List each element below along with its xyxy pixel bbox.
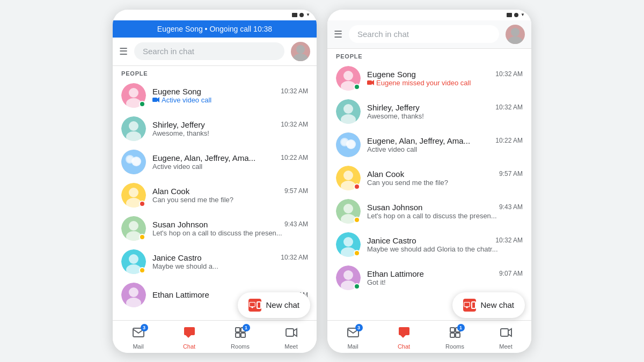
chat-preview: Awesome, thanks! — [367, 112, 523, 120]
nav-item-mail[interactable]: 3 Mail — [327, 324, 378, 352]
chat-item[interactable]: Eugene, Alan, Jeffrey, Ama... 10:22 AM A… — [113, 145, 317, 179]
status-chevron-icon: ▼ — [306, 12, 310, 17]
search-input-1[interactable]: Search in chat — [134, 42, 284, 60]
svg-point-19 — [129, 221, 138, 231]
chat-info: Shirley, Jeffery 10:32 AM Awesome, thank… — [152, 120, 308, 137]
chat-item[interactable]: Eugene Song 10:32 AM Active video call — [113, 79, 317, 112]
avatar-wrapper — [336, 199, 361, 224]
hamburger-icon-2[interactable]: ☰ — [334, 28, 342, 40]
rooms-nav-icon: 1 — [234, 326, 247, 342]
chat-item[interactable]: Alan Cook 9:57 AM Can you send me the fi… — [113, 179, 317, 212]
nav-item-rooms[interactable]: 1 Rooms — [215, 324, 266, 352]
chat-nav-icon — [398, 326, 411, 342]
nav-item-meet[interactable]: Meet — [480, 324, 531, 352]
nav-item-chat[interactable]: Chat — [378, 324, 429, 352]
chat-time: 10:22 AM — [495, 137, 523, 144]
mail-nav-label: Mail — [347, 343, 358, 350]
chat-name: Shirley, Jeffery — [152, 120, 205, 129]
avatar-wrapper — [121, 150, 146, 174]
chat-item[interactable]: Susan Johnson 9:43 AM Let's hop on a cal… — [113, 212, 317, 245]
chat-info: Susan Johnson 9:43 AM Let's hop on a cal… — [367, 203, 523, 220]
svg-point-8 — [129, 121, 138, 131]
chat-item[interactable]: Janice Castro 10:32 AM Maybe we should a… — [327, 228, 531, 261]
svg-point-63 — [343, 270, 353, 280]
chat-preview-text: Active video call — [152, 162, 202, 171]
avatar — [336, 99, 361, 124]
avatar-wrapper — [121, 116, 146, 141]
mail-badge: 3 — [141, 324, 148, 331]
chat-item[interactable]: Ethan Lattimore 9:07 AM Got it! — [327, 261, 531, 294]
chat-nav-label: Chat — [398, 343, 410, 350]
svg-rect-36 — [286, 329, 294, 336]
svg-point-54 — [343, 171, 353, 180]
new-chat-button-2[interactable]: New chat — [452, 292, 525, 318]
svg-point-3 — [129, 88, 138, 98]
nav-item-meet[interactable]: Meet — [266, 324, 317, 352]
chat-item[interactable]: Shirley, Jeffery 10:32 AM Awesome, thank… — [327, 95, 531, 128]
phone-1: ▼ Eugene Song • Ongoing call 10:38 ☰ Sea… — [113, 10, 317, 353]
bottom-nav-2: 3 Mail Chat 1 Rooms Meet — [327, 320, 531, 353]
avatar-wrapper — [336, 265, 361, 290]
chat-item[interactable]: Janice Castro 10:32 AM Maybe we should a… — [113, 245, 317, 278]
user-avatar-1[interactable] — [291, 42, 310, 61]
chat-preview-text: Got it! — [367, 278, 386, 286]
chat-preview: Got it! — [367, 278, 523, 286]
chat-info: Eugene, Alan, Jeffrey, Ama... 10:22 AM A… — [152, 153, 308, 171]
chat-preview-text: Can you send me the file? — [152, 196, 233, 204]
user-avatar-2[interactable] — [506, 25, 525, 44]
mail-badge: 3 — [355, 324, 363, 331]
rooms-nav-label: Rooms — [231, 343, 250, 350]
svg-point-39 — [508, 36, 523, 44]
new-chat-icon-2 — [463, 299, 476, 312]
chat-preview: Maybe we should a... — [152, 262, 308, 270]
chat-nav-icon — [183, 326, 196, 342]
chat-item[interactable]: Susan Johnson 9:43 AM Let's hop on a cal… — [327, 195, 531, 228]
mail-nav-icon: 3 — [132, 326, 145, 342]
chat-name-row: Janice Castro 10:32 AM — [367, 236, 523, 245]
avatar — [121, 116, 146, 141]
status-square-icon — [292, 13, 297, 17]
phone-2: ▼ ☰ Search in chat PEOPLE Eugene Son — [327, 10, 531, 353]
svg-rect-68 — [399, 327, 409, 335]
svg-rect-73 — [456, 333, 460, 337]
section-label-2: PEOPLE — [327, 49, 531, 62]
chat-preview-text: Awesome, thanks! — [367, 112, 424, 120]
svg-point-13 — [127, 156, 133, 162]
nav-item-chat[interactable]: Chat — [164, 324, 215, 352]
chat-name-row: Shirley, Jeffery 10:32 AM — [152, 120, 308, 129]
hamburger-icon[interactable]: ☰ — [119, 46, 128, 57]
avatar-wrapper — [336, 99, 361, 124]
new-chat-button-1[interactable]: New chat — [238, 292, 310, 318]
chat-time: 10:32 AM — [495, 70, 523, 78]
chat-item[interactable]: Eugene Song 10:32 AM Eugene missed your … — [327, 62, 531, 95]
chat-name: Ethan Lattimore — [152, 290, 209, 299]
chat-preview-text: Let's hop on a call to discuss the prese… — [367, 212, 497, 220]
svg-point-51 — [341, 139, 348, 145]
chat-name-row: Susan Johnson 9:43 AM — [152, 220, 308, 229]
svg-rect-65 — [464, 302, 470, 306]
chat-preview-text: Maybe we should a... — [152, 262, 218, 270]
chat-nav-label: Chat — [183, 343, 195, 350]
nav-item-rooms[interactable]: 1 Rooms — [429, 324, 480, 352]
avatar-wrapper — [336, 66, 361, 91]
search-placeholder-1: Search in chat — [143, 47, 194, 56]
svg-marker-66 — [466, 306, 469, 308]
search-input-2[interactable]: Search in chat — [349, 25, 499, 43]
avatar-wrapper — [121, 249, 146, 274]
svg-rect-74 — [501, 329, 508, 336]
chat-info: Alan Cook 9:57 AM Can you send me the fi… — [152, 187, 308, 204]
new-chat-label-2: New chat — [480, 300, 514, 309]
chat-item[interactable]: Alan Cook 9:57 AM Can you send me the fi… — [327, 161, 531, 195]
chat-name-row: Eugene Song 10:32 AM — [367, 70, 523, 79]
chat-name-row: Ethan Lattimore 9:07 AM — [367, 269, 523, 278]
chat-info: Eugene Song 10:32 AM Active video call — [152, 87, 308, 104]
chat-item[interactable]: Eugene, Alan, Jeffrey, Ama... 10:22 AM A… — [327, 128, 531, 161]
svg-point-22 — [129, 254, 138, 264]
avatar-wrapper — [336, 166, 361, 190]
chat-item[interactable]: Shirley, Jeffery 10:32 AM Awesome, thank… — [113, 112, 317, 145]
chat-preview: Let's hop on a call to discuss the prese… — [367, 212, 523, 220]
svg-rect-43 — [367, 80, 372, 85]
chat-preview: Maybe we should add Gloria to the chatr.… — [367, 245, 523, 253]
chat-name: Alan Cook — [367, 169, 404, 179]
nav-item-mail[interactable]: 3 Mail — [113, 324, 164, 352]
